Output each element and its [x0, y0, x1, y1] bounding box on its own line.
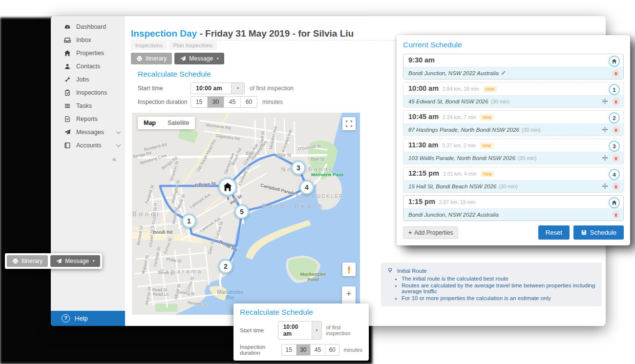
sidebar-item[interactable]: Contacts: [51, 60, 125, 73]
start-time-label: Start time: [138, 85, 190, 92]
stop-marker: [609, 197, 620, 208]
sidebar-item[interactable]: Properties: [51, 46, 125, 60]
duration-options: 15304560: [190, 96, 257, 108]
move-handle-icon[interactable]: [602, 98, 608, 105]
duration-option[interactable]: 60: [241, 97, 257, 107]
paper-plane-icon: [180, 56, 186, 62]
schedule-entry-header: 10:00 am 2.84 km, 16 min new: [403, 82, 623, 95]
add-properties-button[interactable]: + Add Properties: [403, 226, 458, 239]
move-handle-icon[interactable]: [602, 155, 608, 162]
stop-time: 9:30 am: [408, 56, 435, 64]
remove-stop-icon[interactable]: x: [612, 211, 620, 219]
duration-options-floating: 15304560: [281, 344, 340, 356]
schedule-entry[interactable]: 11:30 am 0.37 km, 2 min new 3 103 Wallis…: [403, 139, 624, 164]
itinerary-button[interactable]: Itinerary: [131, 53, 172, 64]
sidebar-item[interactable]: Inspections: [51, 86, 125, 99]
map-marker[interactable]: 5: [234, 204, 249, 219]
duration-option[interactable]: 45: [224, 97, 241, 107]
map-marker-number: 3: [296, 164, 300, 172]
stop-marker: 3: [609, 141, 620, 152]
duration-option[interactable]: 15: [282, 344, 296, 355]
breadcrumb-item[interactable]: Inspections: [131, 41, 167, 50]
new-badge: new: [481, 171, 494, 177]
printer-icon: [12, 258, 19, 264]
message-button[interactable]: Message ▾: [174, 53, 224, 64]
map-marker[interactable]: 4: [299, 180, 314, 195]
select-arrow-icon[interactable]: ▾: [231, 83, 244, 94]
sidebar-item-label: Jobs: [76, 76, 89, 83]
remove-stop-icon[interactable]: x: [612, 69, 620, 77]
stop-marker: 2: [609, 112, 620, 123]
caret-down-icon: ▾: [93, 259, 95, 263]
schedule-entry-header: 9:30 am new: [403, 54, 623, 67]
stop-address: 103 Wallis Parade, North Bondi NSW 2026: [408, 155, 515, 161]
schedule-save-button[interactable]: Schedule: [573, 225, 624, 240]
start-time-select[interactable]: 10:00 am ▾: [190, 82, 245, 94]
reset-button[interactable]: Reset: [538, 225, 570, 240]
map-marker[interactable]: 1: [182, 214, 196, 228]
home-icon: [612, 200, 617, 205]
map-marker[interactable]: [218, 178, 237, 196]
stop-address-row: 15 Hall St, Bondi Beach NSW 2026 (30 min…: [403, 180, 623, 192]
schedule-entry[interactable]: 12:15 pm 1.01 km, 4 min new 4 15 Hall St…: [403, 167, 624, 193]
stop-marker: 1: [609, 84, 620, 95]
sidebar-item[interactable]: Tasks: [51, 99, 125, 112]
zoom-in-button[interactable]: +: [342, 286, 356, 302]
start-time-select-floating[interactable]: 10:00 am ▾: [278, 321, 322, 340]
sidebar-item[interactable]: Inbox: [51, 33, 125, 46]
sidebar-item[interactable]: Dashboard: [51, 20, 125, 33]
map-marker[interactable]: 2: [218, 259, 233, 274]
move-handle-icon[interactable]: [602, 183, 608, 190]
remove-stop-icon[interactable]: x: [612, 98, 620, 105]
duration-option[interactable]: 60: [325, 344, 339, 355]
sidebar-item[interactable]: Messages: [51, 125, 125, 139]
remove-stop-icon[interactable]: x: [612, 182, 620, 190]
message-button-floating[interactable]: Message ▾: [50, 255, 100, 267]
move-handle-icon[interactable]: [602, 126, 608, 134]
map-type-map-button[interactable]: Map: [138, 117, 162, 129]
sidebar-collapse-button[interactable]: «: [51, 152, 125, 166]
info-bullet: Routes are calculated by the average tra…: [402, 283, 596, 294]
schedule-entry[interactable]: 1:15 pm 2.87 km, 19 min new Bondi Juncti…: [403, 195, 624, 221]
sidebar-item[interactable]: Jobs: [51, 73, 125, 86]
schedule-entry[interactable]: 10:45 am 2.24 km, 7 min new 2 87 Hasting…: [403, 110, 624, 136]
sidebar-item-label: Messages: [76, 129, 104, 136]
schedule-footer: + Add Properties Reset Schedule: [403, 225, 624, 240]
map-marker[interactable]: 3: [291, 161, 306, 175]
current-schedule-panel: Current Schedule 9:30 am new Bondi Junct…: [397, 35, 630, 245]
schedule-entry-header: 1:15 pm 2.87 km, 19 min new: [403, 196, 623, 208]
sidebar-item[interactable]: Accounts: [51, 139, 125, 152]
recalculate-heading: Recalculate Schedule: [138, 70, 211, 79]
itinerary-button-floating[interactable]: Itinerary: [7, 255, 48, 267]
select-arrow-icon[interactable]: ▾: [312, 322, 322, 339]
tasks-icon: [64, 102, 71, 109]
schedule-entry[interactable]: 10:00 am 2.84 km, 16 min new 1 45 Edward…: [403, 82, 624, 108]
duration-option[interactable]: 45: [311, 344, 325, 355]
map-type-satellite-button[interactable]: Satellite: [162, 117, 195, 129]
duration-option[interactable]: 15: [191, 97, 208, 107]
stop-time: 12:15 pm: [408, 169, 439, 177]
stop-duration: (30 min): [518, 155, 537, 161]
stop-distance: 1.01 km, 4 min: [443, 171, 477, 177]
floppy-disk-icon: [581, 229, 587, 236]
help-button[interactable]: ? Help: [51, 311, 125, 326]
sidebar-item-label: Inbox: [76, 37, 91, 43]
duration-label: Inspection duration: [138, 99, 190, 105]
remove-stop-icon[interactable]: x: [612, 154, 620, 162]
schedule-entry[interactable]: 9:30 am new Bondi Junction, NSW 2022 Aus…: [403, 54, 624, 80]
duration-option[interactable]: 30: [296, 344, 311, 355]
map[interactable]: Murriverie RdGilgandra RdOld South Head …: [132, 113, 360, 315]
pegman-control[interactable]: [342, 263, 356, 276]
edit-pencil-icon[interactable]: [501, 70, 506, 76]
stop-address: Bondi Junction, NSW 2022 Australia: [408, 70, 499, 76]
breadcrumb-item[interactable]: Plan Inspections: [169, 41, 217, 50]
remove-stop-icon[interactable]: x: [612, 126, 620, 134]
duration-option[interactable]: 30: [208, 97, 224, 107]
sidebar-item[interactable]: Reports: [51, 112, 125, 125]
stop-marker-number: 2: [613, 115, 615, 121]
map-marker-number: 5: [240, 208, 244, 216]
map-marker-number: 1: [187, 217, 191, 225]
initial-route-info: Initial Route The initial route is the c…: [381, 263, 602, 306]
map-fullscreen-button[interactable]: [342, 117, 356, 130]
sidebar-nav: Dashboard Inbox Properties Contacts: [51, 16, 125, 152]
